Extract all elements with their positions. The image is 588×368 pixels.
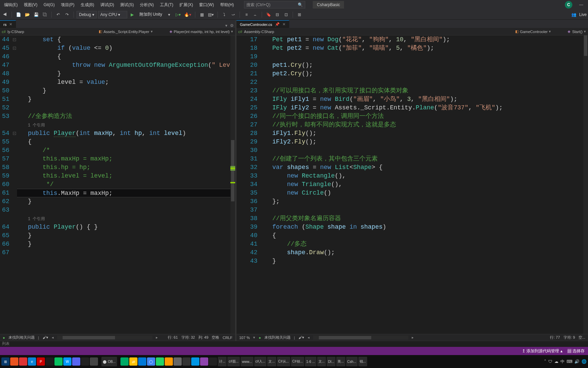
menu-item[interactable]: Git(G) [41, 1, 58, 9]
issues-label[interactable]: 未找到相关问题 [264, 335, 291, 340]
app-icon[interactable] [191, 357, 199, 366]
app-icon[interactable] [156, 357, 164, 366]
save-all-icon[interactable]: ⿻ [41, 11, 49, 18]
tray-ime[interactable]: 中 [560, 359, 565, 365]
app-icon[interactable] [46, 357, 54, 366]
issues-label[interactable]: 未找到相关问题 [9, 335, 35, 340]
chevron-down-icon[interactable]: ▾ [548, 29, 552, 34]
app-icon[interactable] [81, 357, 89, 366]
step-into-icon[interactable]: ⤵ [220, 11, 228, 18]
system-tray[interactable]: ˄ 🛡 ☁ 中 ⌨ 🔊 🌐 [544, 359, 587, 365]
tab-settings-icon[interactable]: ⚙ [229, 23, 235, 28]
menu-item[interactable]: 帮助(H) [217, 1, 237, 9]
char-indicator[interactable]: 字符: 9 [564, 335, 575, 340]
scrollbar-thumb[interactable] [231, 140, 234, 201]
tray-icon[interactable]: ☁ [554, 359, 558, 364]
tab-overflow-icon[interactable]: ▾ [224, 23, 229, 28]
issues-ok-icon[interactable]: ● [3, 336, 5, 340]
task-group[interactable]: C#从... [277, 357, 290, 366]
code-content[interactable]: set { if (value <= 0) { throw new Argume… [17, 35, 230, 334]
task-group[interactable]: 锐... [358, 357, 367, 366]
toolbar-icon[interactable]: ⊞ [296, 11, 303, 18]
menu-item[interactable]: 窗口(W) [196, 1, 216, 9]
fold-toggle[interactable]: − [13, 132, 16, 135]
user-avatar[interactable]: C [565, 1, 572, 9]
start-debugging-button[interactable]: ▶ [129, 11, 136, 18]
eol-indicator[interactable]: CRLF [223, 336, 232, 340]
app-icon[interactable] [209, 357, 217, 366]
scrollbar-thumb[interactable] [319, 336, 371, 339]
task-group[interactable]: C#创... [291, 357, 304, 366]
toolbar-icon[interactable]: ▤▾ [207, 11, 215, 18]
start-target-dropdown[interactable]: ▾ [165, 11, 173, 18]
app-icon[interactable] [120, 357, 129, 366]
close-icon[interactable]: ✕ [9, 22, 12, 27]
editor-tab[interactable]: GameControoler.cs 📌 ✕ [236, 20, 289, 28]
tray-icon[interactable]: ⌨ [567, 359, 572, 364]
brush-icon[interactable]: 🖌▾ [298, 335, 304, 340]
app-icon[interactable]: W [63, 357, 71, 366]
app-icon[interactable] [10, 357, 18, 366]
save-icon[interactable]: 💾 [32, 11, 40, 18]
hot-reload-icon[interactable]: 🔥▾ [183, 11, 192, 18]
toolbar-icon[interactable]: ⊟ [274, 11, 281, 18]
app-icon[interactable]: P [37, 357, 45, 366]
start-target-label[interactable]: 附加到 Unity [137, 12, 164, 17]
app-icon[interactable] [19, 357, 27, 366]
search-input[interactable]: 搜索 (Ctrl+Q) 🔍 [244, 1, 305, 9]
undo-icon[interactable]: ↶ [54, 11, 62, 18]
menu-item[interactable]: 项目(P) [58, 1, 77, 9]
platform-dropdown[interactable]: Any CPU ▾ [98, 11, 127, 18]
fold-gutter[interactable] [260, 35, 265, 334]
fold-toggle[interactable]: − [13, 38, 16, 41]
spaces-indicator[interactable]: 空... [578, 335, 585, 340]
wechat-icon[interactable] [54, 357, 63, 366]
task-group[interactable]: www... [241, 357, 253, 366]
tray-network-icon[interactable]: 🌐 [582, 359, 587, 364]
app-icon[interactable] [182, 357, 191, 366]
char-indicator[interactable]: 字符: 32 [181, 335, 195, 340]
solution-label[interactable]: CsharpBasic [313, 1, 344, 9]
bc-project[interactable]: c#Assembly-CSharp [238, 29, 274, 34]
edge-icon[interactable]: e [28, 357, 36, 366]
liveshare-label[interactable]: Live [579, 12, 587, 17]
menu-item[interactable]: 生成(B) [78, 1, 97, 9]
fold-toggle[interactable]: − [13, 47, 16, 50]
app-icon[interactable] [138, 357, 146, 366]
vertical-scrollbar[interactable] [583, 35, 588, 334]
output-strip[interactable]: 列表 [0, 341, 588, 347]
step-over-icon[interactable]: ⤻ [229, 11, 237, 18]
tray-up-icon[interactable]: ˄ [544, 359, 546, 364]
pin-icon[interactable]: 📌 [275, 22, 280, 27]
open-icon[interactable]: 📂 [23, 11, 31, 18]
explorer-icon[interactable]: 📁 [129, 357, 137, 366]
col-indicator[interactable]: 列: 49 [198, 335, 208, 340]
bc-member[interactable]: Start() [572, 30, 583, 34]
task-group[interactable]: 文... [267, 357, 276, 366]
right-code-editor[interactable]: 1718192021222324252627282930313233343536… [236, 35, 588, 334]
bookmark-icon[interactable]: 🔖 [265, 11, 272, 18]
bc-class[interactable]: GameControoler [520, 30, 548, 34]
vertical-scrollbar[interactable] [230, 35, 235, 334]
tray-icon[interactable]: 🛡 [548, 359, 552, 364]
code-content[interactable]: Pet pet1 = new Dog("花花", "狗狗", 10, "黑白相间… [265, 35, 583, 334]
menu-item[interactable]: 测试(S) [117, 1, 136, 9]
menu-item[interactable]: 分析(N) [137, 1, 157, 9]
chrome-icon[interactable]: ◯ [147, 357, 155, 366]
task-group[interactable]: 英... [336, 357, 345, 366]
task-group[interactable]: 计... [218, 357, 227, 366]
fold-gutter[interactable]: − − − [12, 35, 17, 334]
task-group[interactable]: 文... [317, 357, 326, 366]
repo-selector[interactable]: ▦ 选择存 [567, 348, 585, 354]
bc-project[interactable]: c#ly-CSharp [1, 29, 24, 34]
uncomment-icon[interactable]: ⫠ [251, 11, 259, 18]
menu-item[interactable]: 扩展(X) [177, 1, 196, 9]
liveshare-icon[interactable]: 👥 [570, 11, 578, 18]
editor-tab[interactable]: rs ✕ [0, 20, 16, 28]
app-icon[interactable] [165, 357, 173, 366]
task-group[interactable]: c#面... [227, 357, 240, 366]
start-no-debug-button[interactable]: ▷▾ [174, 11, 182, 18]
app-icon[interactable] [174, 357, 182, 366]
menu-item[interactable]: 工具(T) [157, 1, 176, 9]
new-file-icon[interactable]: 📄 [15, 11, 22, 18]
